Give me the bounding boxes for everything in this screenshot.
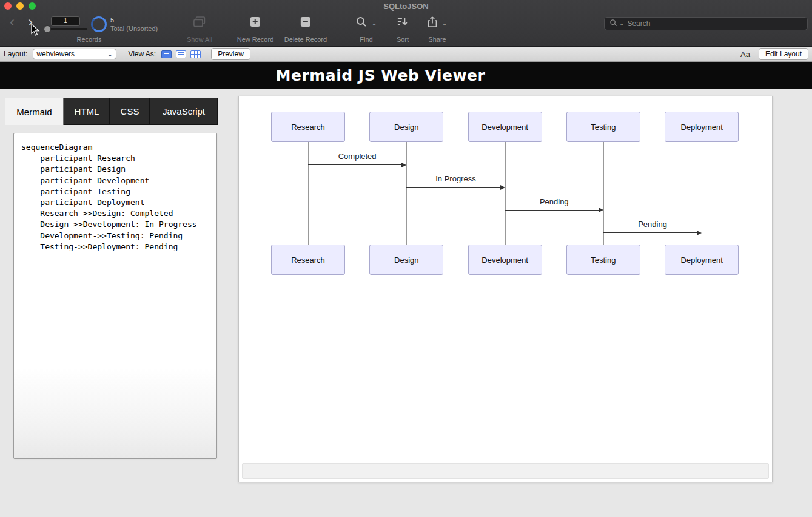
sort-icon bbox=[397, 16, 409, 30]
table-view-icon[interactable] bbox=[190, 50, 201, 58]
preview-button-label: Preview bbox=[218, 50, 244, 58]
horizontal-scrollbar[interactable] bbox=[242, 463, 769, 479]
lifeline bbox=[308, 142, 309, 245]
new-record-button[interactable]: New Record bbox=[237, 16, 274, 43]
show-all-icon bbox=[193, 16, 206, 30]
participant-box: Testing bbox=[566, 112, 640, 142]
layout-bar: Layout: webviewers ⌄ View As: Preview Aa… bbox=[0, 47, 812, 62]
arrowhead-icon bbox=[599, 208, 603, 212]
arrowhead-icon bbox=[401, 163, 406, 167]
new-record-label: New Record bbox=[237, 36, 274, 43]
share-button[interactable]: ⌄ Share bbox=[427, 16, 448, 43]
find-icon bbox=[355, 16, 367, 30]
form-view-icon[interactable] bbox=[161, 50, 172, 58]
tab-html[interactable]: HTML bbox=[64, 98, 110, 125]
previous-record-button[interactable]: ‹ bbox=[10, 15, 15, 29]
found-set-pie-icon bbox=[91, 16, 107, 32]
share-label: Share bbox=[428, 36, 446, 43]
layout-selector-chevron-icon: ⌄ bbox=[107, 51, 113, 57]
show-all-button[interactable]: Show All bbox=[187, 16, 212, 43]
edit-layout-button-label: Edit Layout bbox=[765, 50, 802, 58]
page-title: Mermaid JS Web Viewer bbox=[276, 67, 486, 84]
sequence-diagram: ResearchResearchDesignDesignDevelopmentD… bbox=[239, 96, 772, 482]
window-title: SQLtoJSON bbox=[0, 2, 812, 11]
lifeline bbox=[406, 142, 407, 245]
mermaid-source-code[interactable]: sequenceDiagram participant Research par… bbox=[21, 142, 214, 252]
record-slider-track[interactable] bbox=[45, 28, 87, 30]
view-as-label: View As: bbox=[128, 50, 156, 58]
delete-record-icon bbox=[300, 16, 311, 30]
participant-box: Design bbox=[369, 112, 443, 142]
share-dropdown-chevron-icon[interactable]: ⌄ bbox=[441, 20, 448, 26]
record-number-field[interactable]: 1 bbox=[51, 16, 80, 26]
participant-box: Research bbox=[271, 112, 345, 142]
tab-mermaid-label: Mermaid bbox=[16, 107, 52, 117]
message-line bbox=[308, 164, 402, 165]
search-input[interactable] bbox=[626, 19, 774, 29]
search-field[interactable]: ⌄ bbox=[604, 17, 808, 30]
divider bbox=[122, 49, 122, 59]
preview-button[interactable]: Preview bbox=[211, 48, 250, 60]
participant-box: Deployment bbox=[665, 245, 739, 275]
message-line bbox=[505, 210, 599, 211]
web-viewer: ResearchResearchDesignDesignDevelopmentD… bbox=[238, 96, 773, 482]
message-label: In Progress bbox=[435, 174, 475, 183]
record-slider-thumb[interactable] bbox=[44, 25, 51, 33]
message-label: Pending bbox=[540, 197, 569, 206]
mouse-cursor bbox=[31, 24, 41, 39]
message-line bbox=[603, 232, 697, 233]
search-scope-chevron-icon[interactable]: ⌄ bbox=[619, 21, 624, 27]
find-dropdown-chevron-icon[interactable]: ⌄ bbox=[371, 20, 377, 26]
participant-box: Design bbox=[369, 245, 443, 275]
find-label: Find bbox=[360, 36, 372, 43]
layout-label: Layout: bbox=[4, 50, 27, 58]
app-window: SQLtoJSON ‹ › 1 5 Total (Unsorted) Recor… bbox=[0, 0, 812, 517]
tab-css-label: CSS bbox=[121, 106, 139, 117]
participant-box: Deployment bbox=[665, 112, 739, 142]
participant-box: Development bbox=[468, 245, 542, 275]
arrowhead-icon bbox=[697, 231, 702, 235]
banner: Mermaid JS Web Viewer bbox=[0, 62, 812, 89]
tab-mermaid[interactable]: Mermaid bbox=[5, 98, 64, 125]
layout-selector[interactable]: webviewers ⌄ bbox=[33, 49, 116, 59]
arrowhead-icon bbox=[500, 185, 505, 190]
record-total-label: Total (Unsorted) bbox=[110, 25, 158, 32]
find-button[interactable]: ⌄ Find bbox=[355, 16, 377, 43]
search-icon bbox=[609, 18, 617, 29]
share-icon bbox=[427, 16, 438, 30]
lifeline bbox=[603, 142, 604, 245]
tab-html-label: HTML bbox=[75, 106, 99, 117]
sort-label: Sort bbox=[397, 36, 409, 43]
text-size-icon[interactable]: Aa bbox=[740, 50, 750, 59]
window-header: SQLtoJSON ‹ › 1 5 Total (Unsorted) Recor… bbox=[0, 0, 812, 47]
mermaid-code-editor[interactable]: sequenceDiagram participant Research par… bbox=[13, 133, 217, 459]
tab-javascript-label: JavaScript bbox=[163, 106, 205, 117]
records-group-label: Records bbox=[77, 36, 102, 43]
lifeline bbox=[702, 142, 702, 245]
record-total-count: 5 bbox=[110, 16, 114, 24]
message-line bbox=[406, 187, 500, 188]
back-chevron-icon: ‹ bbox=[10, 13, 15, 30]
message-label: Pending bbox=[638, 220, 667, 229]
edit-layout-button[interactable]: Edit Layout bbox=[759, 48, 808, 60]
list-view-icon[interactable] bbox=[176, 50, 186, 58]
delete-record-label: Delete Record bbox=[284, 36, 327, 43]
sort-button[interactable]: Sort bbox=[397, 16, 409, 43]
delete-record-button[interactable]: Delete Record bbox=[284, 16, 327, 43]
show-all-label: Show All bbox=[187, 36, 212, 43]
lifeline bbox=[505, 142, 506, 245]
editor-tab-bar: Mermaid HTML CSS JavaScript bbox=[5, 98, 218, 125]
layout-selector-value: webviewers bbox=[36, 50, 75, 58]
new-record-icon bbox=[250, 16, 261, 30]
participant-box: Development bbox=[468, 112, 542, 142]
tab-css[interactable]: CSS bbox=[110, 98, 150, 125]
participant-box: Research bbox=[271, 245, 345, 275]
tab-javascript[interactable]: JavaScript bbox=[150, 98, 218, 125]
message-label: Completed bbox=[338, 152, 377, 161]
participant-box: Testing bbox=[566, 245, 640, 275]
